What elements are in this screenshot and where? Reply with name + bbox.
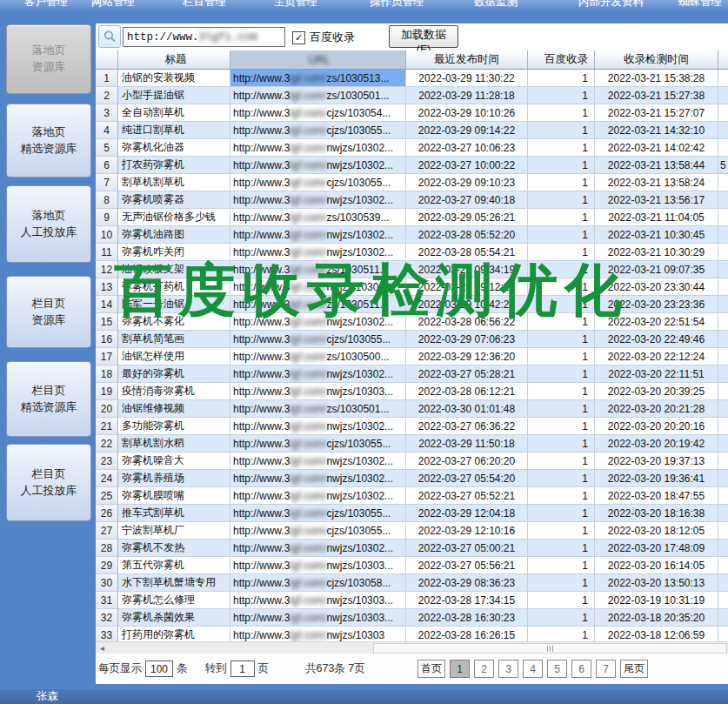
url-cell[interactable]: http://www.3lgf.com/nwjzs/10302... bbox=[230, 313, 406, 331]
check-time-cell[interactable]: 2022-03-20 19:37:13 bbox=[595, 453, 718, 470]
extra-cell[interactable] bbox=[718, 261, 728, 278]
title-cell[interactable]: 打药用的弥雾机 bbox=[118, 627, 230, 641]
url-cell[interactable]: http://www.3lgf.com/nwjzs/10302... bbox=[230, 157, 406, 174]
check-time-cell[interactable]: 2022-03-21 14:02:42 bbox=[595, 139, 718, 157]
baidu-index-cell[interactable]: 1 bbox=[528, 470, 595, 487]
page-button-1[interactable]: 1 bbox=[450, 660, 470, 678]
title-cell[interactable]: 弥雾机不雾化 bbox=[118, 313, 230, 331]
publish-time-cell[interactable]: 2022-03-29 11:30:22 bbox=[406, 70, 528, 87]
baidu-index-cell[interactable]: 1 bbox=[528, 400, 595, 418]
baidu-index-cell[interactable]: 1 bbox=[528, 592, 595, 609]
url-cell[interactable]: http://www.3lgf.com/zs/1030539... bbox=[230, 209, 406, 226]
extra-cell[interactable] bbox=[718, 191, 728, 209]
extra-cell[interactable] bbox=[718, 418, 728, 435]
publish-time-cell[interactable]: 2022-03-29 08:36:23 bbox=[406, 574, 528, 592]
menu-item[interactable]: 操作员管理 bbox=[370, 0, 424, 10]
url-cell[interactable]: http://www.3lgf.com/zs/1030511... bbox=[230, 261, 406, 278]
extra-cell[interactable] bbox=[718, 383, 728, 400]
publish-time-cell[interactable]: 2022-03-27 10:00:22 bbox=[406, 157, 528, 174]
check-time-cell[interactable]: 2022-03-20 20:39:25 bbox=[595, 383, 718, 400]
url-cell[interactable]: http://www.3lgf.com/nwjzs/10302... bbox=[230, 470, 406, 487]
goto-page-input[interactable] bbox=[230, 660, 255, 677]
header-publish-time[interactable]: 最近发布时间 bbox=[406, 50, 528, 70]
baidu-index-cell[interactable]: 1 bbox=[528, 418, 595, 435]
last-page-button[interactable]: 尾页 bbox=[620, 660, 648, 678]
check-time-cell[interactable]: 2022-03-20 22:49:46 bbox=[595, 331, 718, 348]
baidu-index-cell[interactable]: 1 bbox=[528, 435, 595, 453]
menu-item[interactable]: 栏目管理 bbox=[183, 0, 226, 10]
publish-time-cell[interactable]: 2022-03-28 17:34:15 bbox=[406, 592, 528, 609]
publish-time-cell[interactable]: 2022-03-27 05:54:20 bbox=[406, 470, 528, 487]
baidu-index-cell[interactable]: 1 bbox=[528, 104, 595, 122]
check-time-cell[interactable]: 2022-03-21 15:38:28 bbox=[595, 70, 718, 87]
publish-time-cell[interactable]: 2022-03-27 05:52:21 bbox=[406, 487, 528, 505]
baidu-index-cell[interactable]: 1 bbox=[528, 278, 595, 296]
publish-time-cell[interactable]: 2022-03-28 16:26:15 bbox=[406, 627, 528, 641]
extra-cell[interactable] bbox=[718, 435, 728, 453]
url-cell[interactable]: http://www.3lgf.com/cjzs/103058... bbox=[230, 574, 406, 592]
title-cell[interactable]: 无声油锯价格多少钱 bbox=[118, 209, 230, 226]
title-cell[interactable]: 油锯维修视频 bbox=[118, 400, 230, 418]
publish-time-cell[interactable]: 2022-03-27 05:00:21 bbox=[406, 540, 528, 557]
check-time-cell[interactable]: 2022-03-21 10:30:29 bbox=[595, 244, 718, 261]
row-number-cell[interactable]: 18 bbox=[96, 365, 118, 383]
row-number-cell[interactable]: 23 bbox=[96, 453, 118, 470]
publish-time-cell[interactable]: 2022-03-27 09:40:18 bbox=[406, 191, 528, 209]
check-time-cell[interactable]: 2022-03-20 20:21:28 bbox=[595, 400, 718, 418]
url-cell[interactable]: http://www.3lgf.com/cjzs/103055... bbox=[230, 174, 406, 191]
title-cell[interactable]: 弥雾机怎么修理 bbox=[118, 592, 230, 609]
baidu-index-cell[interactable]: 1 bbox=[528, 540, 595, 557]
url-cell[interactable]: http://www.3lgf.com/nwjzs/10302... bbox=[230, 244, 406, 261]
row-number-cell[interactable]: 32 bbox=[96, 609, 118, 627]
title-cell[interactable]: 弥雾机油路图 bbox=[118, 226, 230, 244]
extra-cell[interactable] bbox=[718, 400, 728, 418]
extra-cell[interactable] bbox=[718, 174, 728, 191]
extra-cell[interactable] bbox=[718, 87, 728, 104]
extra-cell[interactable] bbox=[718, 209, 728, 226]
check-time-cell[interactable]: 2022-03-21 10:30:45 bbox=[595, 226, 718, 244]
row-number-cell[interactable]: 6 bbox=[96, 157, 118, 174]
baidu-index-cell[interactable]: 1 bbox=[528, 557, 595, 574]
row-number-cell[interactable]: 3 bbox=[96, 104, 118, 122]
title-cell[interactable]: 水下割草机蟹塘专用 bbox=[118, 574, 230, 592]
row-number-cell[interactable]: 12 bbox=[96, 261, 118, 278]
scroll-left-arrow-icon[interactable]: ◄ bbox=[96, 642, 109, 654]
row-number-cell[interactable]: 1 bbox=[96, 70, 118, 87]
publish-time-cell[interactable]: 2022-03-29 12:36:20 bbox=[406, 348, 528, 365]
menu-item[interactable]: 客户管理 bbox=[24, 0, 68, 10]
publish-time-cell[interactable]: 2022-03-30 01:01:48 bbox=[406, 400, 528, 418]
extra-cell[interactable] bbox=[718, 557, 728, 574]
extra-cell[interactable] bbox=[718, 331, 728, 348]
baidu-index-cell[interactable]: 1 bbox=[528, 574, 595, 592]
publish-time-cell[interactable]: 2022-03-28 16:30:23 bbox=[406, 609, 528, 627]
publish-time-cell[interactable]: 2022-03-29 12:10:16 bbox=[406, 522, 528, 540]
baidu-index-cell[interactable]: 1 bbox=[528, 244, 595, 261]
url-cell[interactable]: http://www.3lgf.com/cjzs/103055... bbox=[230, 522, 406, 540]
sidebar-button[interactable]: 栏目页资源库 bbox=[6, 276, 91, 348]
publish-time-cell[interactable]: 2022-03-28 09:12:21 bbox=[406, 278, 528, 296]
check-time-cell[interactable]: 2022-03-21 13:58:24 bbox=[595, 174, 718, 191]
check-time-cell[interactable]: 2022-03-20 23:23:36 bbox=[595, 296, 718, 313]
baidu-index-cell[interactable]: 1 bbox=[528, 296, 595, 313]
row-number-cell[interactable]: 10 bbox=[96, 226, 118, 244]
row-number-cell[interactable]: 30 bbox=[96, 574, 118, 592]
page-button-7[interactable]: 7 bbox=[596, 660, 616, 678]
extra-cell[interactable] bbox=[718, 592, 728, 609]
extra-cell[interactable] bbox=[718, 139, 728, 157]
extra-cell[interactable] bbox=[718, 365, 728, 383]
extra-cell[interactable]: 5 bbox=[718, 157, 728, 174]
publish-time-cell[interactable]: 2022-03-27 06:20:20 bbox=[406, 453, 528, 470]
publish-time-cell[interactable]: 2022-03-28 06:12:21 bbox=[406, 383, 528, 400]
publish-time-cell[interactable]: 2022-03-29 10:10:26 bbox=[406, 104, 528, 122]
row-number-cell[interactable]: 17 bbox=[96, 348, 118, 365]
check-time-cell[interactable]: 2022-03-18 20:35:20 bbox=[595, 609, 718, 627]
title-cell[interactable]: 推车式割草机 bbox=[118, 505, 230, 522]
load-data-button[interactable]: 加载数据(F) bbox=[389, 25, 458, 48]
title-cell[interactable]: 疫情消毒弥雾机 bbox=[118, 383, 230, 400]
publish-time-cell[interactable]: 2022-03-29 05:26:21 bbox=[406, 209, 528, 226]
publish-time-cell[interactable]: 2022-03-27 05:28:21 bbox=[406, 365, 528, 383]
header-url[interactable]: URL bbox=[230, 50, 406, 70]
title-cell[interactable]: 弥雾机喷雾器 bbox=[118, 191, 230, 209]
row-number-cell[interactable]: 27 bbox=[96, 522, 118, 540]
sidebar-button[interactable]: 落地页精选资源库 bbox=[6, 104, 91, 178]
